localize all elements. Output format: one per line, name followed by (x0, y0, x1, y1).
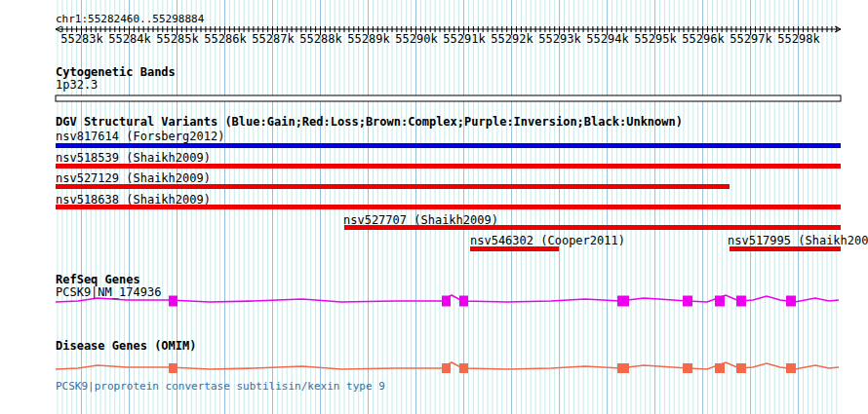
ruler-tick-label: 55292k (490, 33, 534, 45)
variant-label[interactable]: nsv527129 (Shaikh2009) (56, 172, 211, 184)
cytoband-box[interactable] (56, 95, 841, 101)
exon-block[interactable] (169, 296, 178, 307)
variant-label[interactable]: nsv518539 (Shaikh2009) (56, 152, 211, 164)
exon-block[interactable] (715, 363, 725, 373)
exon-block[interactable] (736, 296, 746, 307)
exon-block[interactable] (683, 296, 692, 307)
variant-label[interactable]: nsv527707 (Shaikh2009) (343, 214, 498, 226)
ruler-tick-label: 55293k (537, 33, 582, 45)
exon-block[interactable] (736, 363, 746, 373)
omim-section-title: Disease Genes (OMIM) (56, 340, 197, 352)
exon-block[interactable] (459, 363, 468, 373)
exon-block[interactable] (459, 296, 468, 307)
exon-block[interactable] (683, 363, 692, 373)
ruler-tick-label: 55289k (346, 33, 391, 45)
ruler-tick-label: 55283k (59, 33, 104, 45)
ruler-tick-label: 55297k (729, 33, 773, 45)
dgv-section-title: DGV Structural Variants (Blue:Gain;Red:L… (56, 116, 683, 128)
ruler-tick-label: 55286k (203, 33, 248, 45)
exon-block[interactable] (786, 296, 796, 307)
exon-block[interactable] (169, 363, 178, 373)
refseq-section-title: RefSeq Genes (56, 274, 140, 285)
ruler-tick-label: 55295k (633, 33, 678, 45)
ruler-tick-label: 55287k (251, 33, 296, 45)
region-title: chr1:55282460..55298884 (56, 14, 204, 25)
omim-gene-model[interactable] (56, 362, 839, 373)
variant-label[interactable]: nsv817614 (Forsberg2012) (56, 131, 224, 142)
exon-block[interactable] (617, 363, 629, 373)
exon-block[interactable] (442, 296, 451, 307)
ruler-tick-label: 55291k (442, 33, 487, 45)
variant-label[interactable]: nsv546302 (Cooper2011) (470, 235, 625, 246)
exon-block[interactable] (617, 296, 629, 307)
refseq-gene-label: PCSK9|NM_174936 (56, 286, 161, 298)
ruler-tick-label: 55284k (107, 33, 152, 45)
exon-block[interactable] (786, 363, 796, 373)
ruler-tick-label: 55296k (681, 33, 726, 45)
variant-label[interactable]: nsv518638 (Shaikh2009) (56, 194, 211, 206)
refseq-gene-model[interactable] (56, 295, 839, 307)
variant-label[interactable]: nsv517995 (Shaikh2009) (728, 235, 868, 246)
ruler-tick-label: 55290k (394, 33, 439, 45)
variant-bar[interactable] (56, 143, 841, 148)
cytoband-label: 1p32.3 (56, 79, 98, 91)
cytogenetic-bands-section-title: Cytogenetic Bands (56, 66, 176, 78)
ruler-tick-label: 55294k (585, 33, 630, 45)
ruler-tick-label: 55298k (776, 33, 821, 45)
ruler-tick-label: 55285k (155, 33, 200, 45)
genome-browser-panel: chr1:55282460..55298884 55283k55284k5528… (0, 0, 868, 414)
exon-block[interactable] (442, 363, 451, 373)
exon-block[interactable] (715, 296, 725, 307)
ruler-tick-label: 55288k (298, 33, 343, 45)
omim-gene-description-label: PCSK9|proprotein convertase subtilisin/k… (56, 381, 385, 393)
